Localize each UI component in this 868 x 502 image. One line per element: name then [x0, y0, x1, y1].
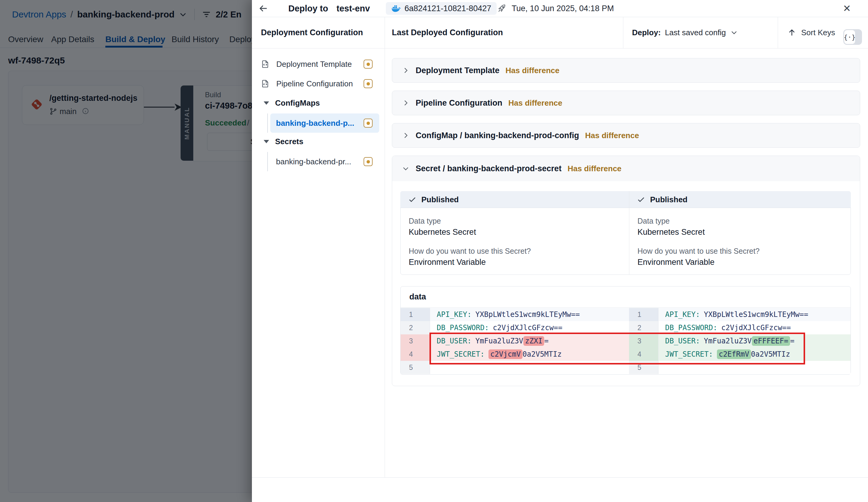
- left-column-state: Published: [421, 191, 459, 208]
- deploy-selector-label: Deploy:: [632, 28, 661, 37]
- close-icon[interactable]: ✕: [840, 2, 854, 15]
- usage-value: Environment Variable: [638, 256, 714, 268]
- chevron-right-icon: [402, 99, 410, 107]
- secret-data-title: data: [409, 286, 426, 307]
- diff-line-left-1: 1 API_KEY:YXBpLWtleS1wcm9kLTEyMw==: [401, 308, 629, 321]
- rocket-icon: [497, 4, 506, 13]
- target-environment: test-env: [337, 0, 370, 17]
- main-panel-title: Last Deployed Configuration: [392, 17, 503, 48]
- nav-group-configmaps[interactable]: ConfigMaps: [256, 93, 379, 113]
- section-secret-header[interactable]: Secret / banking-backend-prod-secret Has…: [392, 156, 860, 181]
- line-number: 5: [401, 361, 430, 374]
- line-number: 1: [401, 308, 430, 321]
- usage-label: How do you want to use this Secret?: [409, 246, 531, 256]
- diff-indicator-badge: [364, 157, 373, 166]
- check-icon: [408, 195, 416, 204]
- nav-item-deployment-template[interactable]: Deployment Template: [256, 54, 379, 74]
- section-pipeline-configuration[interactable]: Pipeline Configuration Has difference: [392, 91, 860, 115]
- sort-cell-divider: [778, 17, 778, 48]
- data-type-value: Kubernetes Secret: [409, 226, 476, 238]
- data-type-label: Data type: [638, 215, 670, 226]
- back-arrow-icon[interactable]: [258, 3, 268, 13]
- subheader-divider: [252, 48, 868, 49]
- chevron-down-icon: [730, 29, 738, 37]
- line-number: 1: [629, 308, 659, 321]
- chevron-right-icon: [402, 66, 410, 74]
- compare-column-divider: [629, 191, 629, 275]
- code-editor-icon: {·}: [844, 30, 855, 44]
- image-tag: 6a824121-10821-80427: [404, 4, 491, 13]
- diff-status: Has difference: [506, 66, 559, 75]
- diff-highlight-annotation: [430, 332, 805, 365]
- nav-panel-title: Deployment Configuration: [261, 17, 363, 48]
- deploy-selector-value: Last saved config: [665, 28, 726, 37]
- file-code-icon: [261, 59, 270, 69]
- modal-title: Deploy to: [288, 0, 328, 17]
- diff-status: Has difference: [585, 131, 639, 140]
- arrow-up-icon: [787, 28, 796, 37]
- diff-line-right-1: 1 API_KEY:YXBpLWtleS1wcm9kLTEyMw==: [629, 308, 850, 321]
- diff-indicator-badge: [364, 79, 373, 88]
- data-type-value: Kubernetes Secret: [638, 226, 705, 238]
- usage-value: Environment Variable: [409, 256, 486, 268]
- line-number: 3: [401, 334, 430, 348]
- docker-icon: [391, 4, 401, 13]
- line-number: 4: [401, 348, 430, 361]
- usage-label: How do you want to use this Secret?: [638, 246, 760, 256]
- code-view-toggle[interactable]: {·}: [843, 29, 862, 45]
- check-icon: [637, 195, 645, 204]
- sort-keys-label: Sort Keys: [801, 28, 835, 37]
- sort-keys-button[interactable]: Sort Keys: [787, 17, 835, 48]
- published-header-strip: [400, 191, 851, 208]
- deploy-config-selector[interactable]: Deploy: Last saved config: [632, 17, 738, 48]
- chevron-right-icon: [402, 132, 410, 139]
- data-type-label: Data type: [409, 215, 441, 226]
- line-number: 2: [401, 321, 430, 334]
- diff-indicator-badge: [364, 119, 373, 127]
- image-tag-chip: 6a824121-10821-80427: [386, 2, 497, 15]
- nav-item-secret-banking-backend[interactable]: banking-backend-pr...: [270, 152, 379, 171]
- deploy-cell-divider: [623, 17, 623, 48]
- nav-item-configmap-banking-backend[interactable]: banking-backend-p...: [270, 113, 379, 133]
- nav-item-pipeline-configuration[interactable]: Pipeline Configuration: [256, 74, 379, 93]
- chevron-down-icon: [402, 165, 410, 173]
- nav-panel-divider: [385, 17, 385, 477]
- data-header-divider: [401, 307, 850, 308]
- section-configmap[interactable]: ConfigMap / banking-backend-prod-config …: [392, 123, 860, 148]
- caret-down-icon: [264, 140, 269, 143]
- section-deployment-template[interactable]: Deployment Template Has difference: [392, 58, 860, 83]
- diff-status: Has difference: [568, 164, 621, 173]
- nav-group-secrets[interactable]: Secrets: [256, 132, 379, 151]
- modal-footer-bar: [252, 477, 868, 502]
- nav-indent-guide: [267, 113, 268, 133]
- diff-status: Has difference: [508, 99, 562, 108]
- deployed-time: Tue, 10 Jun 2025, 04:18 PM: [512, 0, 614, 17]
- nav-indent-guide: [267, 152, 268, 171]
- file-code-icon: [261, 79, 270, 89]
- diff-indicator-badge: [364, 60, 373, 69]
- caret-down-icon: [264, 101, 269, 105]
- right-column-state: Published: [650, 191, 688, 208]
